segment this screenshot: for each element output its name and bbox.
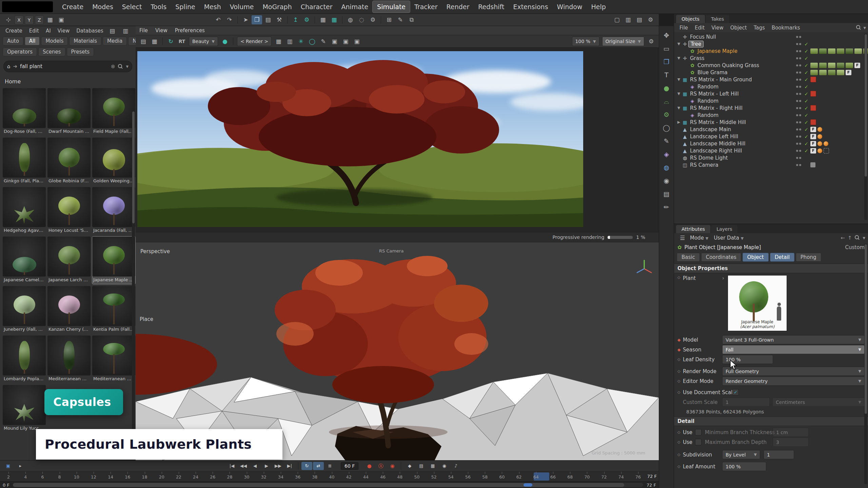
subdivision-level-field[interactable]: 1 <box>764 450 794 459</box>
enabled-check-icon[interactable]: ✓ <box>804 127 809 132</box>
tab-detail[interactable]: Detail <box>770 253 794 262</box>
visibility-dots[interactable] <box>796 72 802 74</box>
texture-mode-icon[interactable]: ▤ <box>263 15 273 24</box>
redo-icon[interactable]: ↷ <box>224 15 235 24</box>
enabled-check-icon[interactable]: ✓ <box>804 98 809 104</box>
menu-item-volume[interactable]: Volume <box>225 1 258 13</box>
frame-number-48[interactable]: 48 <box>397 472 403 481</box>
select-arrow-icon[interactable]: ➤ <box>240 15 251 24</box>
zoom-dropdown[interactable]: 100 %▼ <box>572 37 599 46</box>
visibility-dots[interactable] <box>796 164 802 166</box>
pick-icon[interactable]: ✎ <box>318 37 329 46</box>
visibility-dots[interactable] <box>796 64 802 66</box>
visibility-dots[interactable] <box>796 50 802 52</box>
mograph-icon[interactable]: ◈ <box>661 150 672 159</box>
visibility-dots[interactable] <box>796 121 802 123</box>
field-tag[interactable]: F <box>810 141 816 146</box>
menu-item-redshift[interactable]: Redshift <box>474 1 509 13</box>
keyframe-icon[interactable]: ◆ <box>404 462 415 470</box>
frame-number-14[interactable]: 14 <box>107 472 114 481</box>
asset-item-jacaranda-fall-plant[interactable]: Jacaranda (Fall, Plant) <box>92 187 135 235</box>
om-menu-edit[interactable]: Edit <box>691 24 708 32</box>
asset-item-golden-weeping-willo[interactable]: Golden Weeping Willo... <box>92 138 135 185</box>
render-visibility-dot[interactable] <box>799 36 801 38</box>
enabled-check-icon[interactable]: ✓ <box>804 91 809 97</box>
tab-basic[interactable]: Basic <box>677 253 700 262</box>
visibility-dots[interactable] <box>796 86 802 88</box>
axis-lock-z[interactable]: Z <box>35 16 44 24</box>
goto-start-icon[interactable]: |◀ <box>226 462 237 470</box>
material-tag[interactable] <box>819 63 827 68</box>
search-icon[interactable] <box>856 25 861 30</box>
simulate-up-icon[interactable]: ↥ <box>290 15 301 24</box>
editor-visibility-dot[interactable] <box>796 136 798 138</box>
render-visibility-dot[interactable] <box>799 57 801 59</box>
frame-number-56[interactable]: 56 <box>465 472 471 481</box>
pencil-icon[interactable]: ✏ <box>661 203 672 212</box>
render-visibility-dot[interactable] <box>799 121 801 123</box>
key-circle-icon[interactable]: ◇ <box>677 452 683 457</box>
menu-item-create[interactable]: Create <box>58 1 88 13</box>
tab-operators[interactable]: Operators <box>3 47 37 56</box>
enabled-check-icon[interactable]: ✓ <box>804 120 809 125</box>
frame-number-74[interactable]: 74 <box>618 472 624 481</box>
prev-frame-icon[interactable]: ◀ <box>250 462 260 470</box>
pen-icon[interactable]: ✎ <box>661 137 672 146</box>
editor-visibility-dot[interactable] <box>796 164 798 166</box>
editor-visibility-dot[interactable] <box>796 93 798 95</box>
refresh-icon[interactable]: ↻ <box>165 37 176 46</box>
play-icon[interactable]: ▶ <box>261 462 272 470</box>
settings-gear-icon[interactable]: ⚙ <box>645 15 656 24</box>
aov-2-icon[interactable]: ▣ <box>340 37 351 46</box>
frame-number-34[interactable]: 34 <box>278 472 284 481</box>
visibility-dots[interactable] <box>796 36 802 38</box>
model-mode-icon[interactable]: ❐ <box>252 15 262 24</box>
menu-item-character[interactable]: Character <box>296 1 337 13</box>
add-cube-icon[interactable]: ⊞ <box>384 15 394 24</box>
scrollbar[interactable] <box>864 244 867 484</box>
object-row-blue-grama[interactable]: ✿Blue Grama✓F <box>674 69 868 76</box>
pingpong-icon[interactable]: ⇄ <box>313 462 324 470</box>
frame-number-30[interactable]: 30 <box>244 472 250 481</box>
scrollbar[interactable] <box>132 111 135 456</box>
tag-chip[interactable] <box>810 162 815 167</box>
next-frame-icon[interactable]: ▶▶ <box>273 462 283 470</box>
frame-number-12[interactable]: 12 <box>91 472 97 481</box>
custom-label[interactable]: Custom <box>845 244 865 250</box>
min-branch-use-checkbox[interactable]: ✓ <box>695 429 702 435</box>
enabled-check-icon[interactable]: ✓ <box>804 63 809 68</box>
tab-scenes[interactable]: Scenes <box>38 47 65 56</box>
frame-number-26[interactable]: 26 <box>210 472 216 481</box>
object-row-rs-matrix-left-hill[interactable]: ▼▦RS Matrix - Left Hill✓ <box>674 90 868 97</box>
search-arrow-icon[interactable]: ➜ <box>13 63 18 69</box>
use-document-scale-checkbox[interactable]: ✓ <box>732 389 739 395</box>
menu-item-animate[interactable]: Animate <box>337 1 373 13</box>
menu-item-window[interactable]: Window <box>553 1 587 13</box>
render-visibility-dot[interactable] <box>799 150 801 152</box>
frame-number-38[interactable]: 38 <box>312 472 318 481</box>
asset-item-japanese-maple-fall[interactable]: Japanese Maple (Fall, ... <box>92 237 135 284</box>
add-spline-icon[interactable]: ✎ <box>395 15 406 24</box>
range-current-marker[interactable] <box>524 483 532 487</box>
editor-visibility-dot[interactable] <box>796 121 798 123</box>
editor-visibility-dot[interactable] <box>796 114 798 116</box>
frame-number-62[interactable]: 62 <box>516 472 522 481</box>
asset-item-ginkgo-fall-plant[interactable]: Ginkgo (Fall, Plant) <box>3 138 46 185</box>
render-menu-preferences[interactable]: Preferences <box>171 27 209 34</box>
keyframe-dot-icon[interactable]: ◆ <box>677 338 683 342</box>
expand-arrow-icon[interactable]: ▼ <box>676 77 682 82</box>
key-circle-icon[interactable]: ◇ <box>677 464 683 469</box>
enabled-check-icon[interactable]: ✓ <box>804 70 809 75</box>
material-tag[interactable] <box>819 48 827 54</box>
key-circle-icon[interactable]: ◇ <box>677 275 683 280</box>
object-row-rs-matrix-right-hill[interactable]: ▼▦RS Matrix - Right Hill✓ <box>674 104 868 111</box>
redshift-object-tag[interactable] <box>810 119 816 125</box>
tab-object[interactable]: Object <box>743 253 769 262</box>
range-thumb[interactable] <box>13 483 624 487</box>
visibility-dots[interactable] <box>796 128 802 130</box>
material-tag[interactable] <box>837 48 844 54</box>
asset-menu-create[interactable]: Create <box>2 27 26 35</box>
key-circle-icon[interactable]: ◇ <box>677 369 683 373</box>
render-visibility-dot[interactable] <box>799 100 801 102</box>
object-row-tree[interactable]: ▼✛Tree✓ <box>674 40 868 47</box>
